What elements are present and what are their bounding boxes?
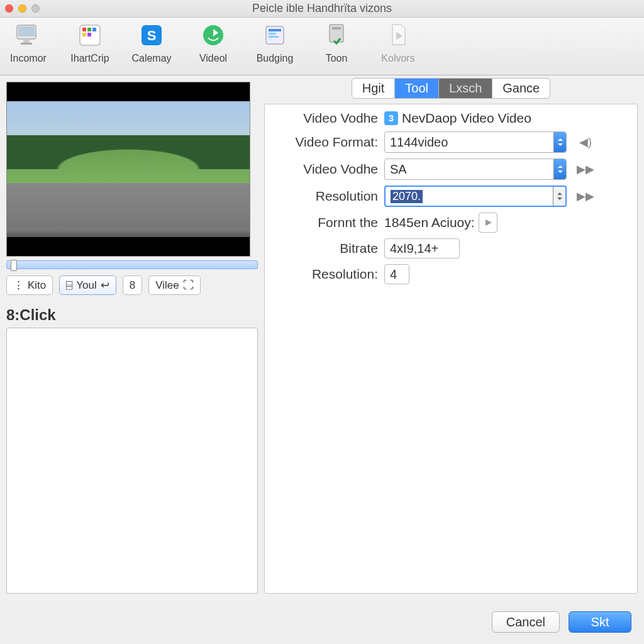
content: ⋮ Kito ⌸ Youl ↩ 8 Vilee ⛶ 8:Click Hgit T… (0, 75, 644, 600)
field-label: Resolution: (284, 267, 384, 282)
toolbar-item-kolvors[interactable]: Kolvors (372, 21, 424, 64)
toolbar-label: Calemay (131, 53, 171, 64)
field-text: NevDaop Video Video (402, 111, 531, 126)
expand-icon: ⛶ (183, 279, 194, 292)
svg-rect-14 (269, 29, 281, 31)
tab-tool[interactable]: Tool (395, 79, 439, 98)
screen-icon: ⌸ (66, 279, 72, 292)
bitrate-field[interactable]: 4xI9,14+ (384, 238, 460, 258)
combo-value: 1144video (390, 135, 448, 150)
minimize-icon[interactable] (18, 4, 26, 13)
resolution-combo[interactable]: 2070. (384, 186, 567, 207)
slider-thumb[interactable] (11, 260, 17, 271)
preview-frame (7, 101, 250, 237)
field-text: 4xI9,14+ (390, 242, 438, 256)
stepper-icon[interactable] (553, 159, 566, 179)
svg-rect-2 (23, 39, 30, 43)
svg-rect-18 (332, 27, 341, 30)
doc-icon (384, 21, 412, 49)
close-icon[interactable] (5, 4, 13, 13)
svg-rect-3 (21, 43, 32, 45)
monitor-icon (14, 21, 42, 49)
field-value: 1845en Aciuoy: (384, 213, 573, 233)
svg-rect-1 (18, 26, 35, 36)
taskmgr-icon (261, 21, 289, 49)
btn-label: 8 (130, 279, 135, 292)
ok-button[interactable]: Skt (569, 611, 631, 633)
dots-icon: ⋮ (13, 279, 24, 292)
zoom-icon[interactable] (31, 4, 40, 13)
queue-list[interactable] (6, 328, 258, 594)
tab-bar: Hgit Tool Lxsch Gance (264, 78, 638, 104)
shield-icon (323, 21, 350, 49)
toolbar-label: Videol (199, 53, 227, 64)
btn-label: Vilee (155, 279, 179, 292)
svg-rect-8 (82, 33, 86, 36)
toolbar-label: Kolvors (381, 53, 414, 64)
toolbar-label: Incomor (10, 53, 47, 64)
field-label: Bitrate (284, 241, 384, 256)
combo-value: 2070. (391, 190, 423, 203)
play-icon[interactable]: ▶▶ (573, 189, 598, 203)
toolbar: Incomor IhartCrip S Calemay Videol Budgi… (0, 18, 644, 75)
tab-lxsch[interactable]: Lxsch (439, 79, 492, 98)
field-label: Fornnt the (284, 215, 384, 230)
cancel-button[interactable]: Cancel (492, 611, 560, 633)
titlebar: Peicle ible Handhrïta vizons (0, 0, 644, 18)
field-text: 4 (390, 267, 397, 282)
window-title: Peicle ible Handhrïta vizons (0, 2, 644, 15)
play-icon[interactable]: ▶▶ (573, 162, 598, 176)
sync-icon (199, 21, 227, 49)
preview-controls: ⋮ Kito ⌸ Youl ↩ 8 Vilee ⛶ (6, 275, 258, 295)
field-text: 1845en Aciuoy: (384, 215, 475, 230)
toolbar-label: Toon (326, 53, 348, 64)
sound-icon[interactable]: ◀) (573, 135, 598, 149)
settings-panel: Video Vodhe 3 NevDaop Video Video Video … (264, 104, 638, 594)
svg-rect-6 (87, 28, 91, 31)
video-vodhe-combo[interactable]: SA (384, 158, 567, 180)
toolbar-item-videol[interactable]: Videol (187, 21, 239, 64)
btn-label: Kito (28, 279, 46, 292)
toolbar-item-budging[interactable]: Budging (249, 21, 301, 64)
toolbar-item-calemay[interactable]: S Calemay (126, 21, 177, 64)
toolbar-label: IhartCrip (70, 53, 109, 64)
preview-btn-youl[interactable]: ⌸ Youl ↩ (59, 275, 116, 295)
field-value: 3 NevDaop Video Video (384, 111, 573, 126)
click-label: 8:Click (6, 306, 258, 324)
stepper-icon[interactable] (553, 187, 565, 206)
video-format-combo[interactable]: 1144video (384, 131, 567, 153)
svg-rect-7 (92, 28, 96, 31)
small-play-button[interactable] (479, 213, 497, 233)
field-label: Video Vodhe (284, 111, 384, 126)
preview-btn-vilee[interactable]: Vilee ⛶ (148, 275, 201, 295)
combo-value: SA (390, 162, 407, 177)
right-column: Hgit Tool Lxsch Gance Video Vodhe 3 NevD… (264, 82, 638, 594)
field-label: Video Vodhe (284, 162, 384, 177)
toolbar-item-incomor[interactable]: Incomor (3, 21, 54, 64)
scrub-slider[interactable] (6, 260, 258, 269)
svg-text:S: S (147, 28, 157, 43)
tab-hgit[interactable]: Hgit (352, 79, 396, 98)
left-column: ⋮ Kito ⌸ Youl ↩ 8 Vilee ⛶ 8:Click (6, 82, 258, 594)
toolbar-item-ihartcrip[interactable]: IhartCrip (64, 21, 116, 64)
toolbar-label: Budging (257, 53, 294, 64)
preview-btn-kito[interactable]: ⋮ Kito (6, 275, 53, 295)
tab-gance[interactable]: Gance (492, 79, 550, 98)
svg-rect-9 (87, 33, 91, 36)
footer: Cancel Skt (0, 600, 644, 644)
preview-btn-8[interactable]: 8 (123, 275, 142, 295)
svg-rect-16 (269, 36, 279, 38)
traffic-lights (5, 4, 40, 13)
stepper-icon[interactable] (553, 132, 566, 152)
svg-rect-15 (269, 33, 276, 35)
badge-icon: 3 (384, 111, 398, 125)
svg-rect-5 (82, 28, 86, 31)
return-icon: ↩ (101, 279, 109, 292)
btn-label: Youl (76, 279, 96, 292)
field-label: Video Format: (284, 135, 384, 150)
toolbar-item-toon[interactable]: Toon (311, 21, 362, 64)
skype-icon: S (138, 21, 165, 49)
resolution2-field[interactable]: 4 (384, 264, 409, 284)
video-preview[interactable] (6, 82, 250, 257)
field-label: Resolution (284, 189, 384, 204)
